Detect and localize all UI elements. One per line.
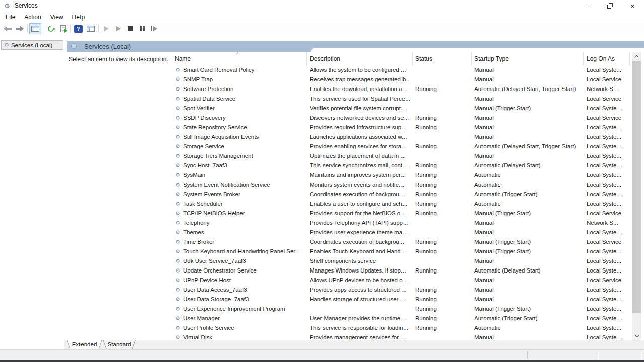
service-row[interactable]: ⚙SNMP Trap Receives trap messages genera… (171, 75, 632, 84)
service-description-cell: Provides management services for ... (307, 333, 413, 340)
restore-button[interactable] (599, 0, 621, 11)
service-description-cell: Monitors system events and notifie... (307, 180, 413, 190)
service-log-on-as-cell: Local Syste... (584, 199, 630, 209)
service-row[interactable]: ⚙SysMain Maintains and improves system p… (171, 170, 632, 180)
service-startup-type-cell: Manual (472, 132, 584, 142)
service-row[interactable]: ⚙Storage Service Provides enabling servi… (171, 142, 632, 151)
pause-service-button[interactable] (136, 23, 148, 34)
stop-service-icon (128, 26, 133, 31)
scroll-down-button[interactable] (632, 331, 641, 340)
service-row[interactable]: ⚙Telephony Provides Telephony API (TAPI)… (171, 218, 632, 228)
column-header-log-on-as[interactable]: Log On As (584, 52, 630, 65)
service-gear-icon: ⚙ (175, 190, 182, 199)
service-row[interactable]: ⚙Still Image Acquisition Events Launches… (171, 132, 632, 142)
tab-extended[interactable]: Extended (67, 340, 102, 349)
service-gear-icon: ⚙ (175, 266, 182, 276)
service-row[interactable]: ⚙Storage Tiers Management Optimizes the … (171, 151, 632, 161)
back-button[interactable] (2, 23, 14, 34)
service-name-cell: ⚙Smart Card Removal Policy (171, 65, 307, 75)
export-list-button[interactable] (57, 23, 69, 34)
service-status-cell: Running (413, 285, 472, 295)
service-name-cell: ⚙Themes (171, 228, 307, 237)
restart-service-button[interactable] (148, 23, 160, 34)
window-title: Services (15, 2, 38, 9)
show-hide-console-tree-button[interactable] (29, 23, 41, 34)
service-row[interactable]: ⚙Software Protection Enables the downloa… (171, 84, 632, 94)
service-status-cell: Running (413, 314, 472, 323)
service-description-cell (307, 304, 413, 314)
services-list-body: ⚙Smart Card Removal Policy Allows the sy… (171, 65, 632, 340)
forward-button[interactable] (14, 23, 26, 34)
scrollbar-thumb[interactable] (632, 61, 641, 313)
service-row[interactable]: ⚙Update Orchestrator Service Manages Win… (171, 266, 632, 276)
stop-service-button[interactable] (124, 23, 136, 34)
service-description-cell: Discovers networked devices and se... (307, 113, 413, 123)
service-name-cell: ⚙Sync Host_7aaf3 (171, 161, 307, 170)
help-icon: ? (74, 25, 83, 33)
tab-standard[interactable]: Standard (103, 340, 136, 349)
restart-service-icon (151, 26, 157, 31)
service-status-cell: Running (413, 247, 472, 256)
service-log-on-as-cell: Local Syste... (584, 285, 630, 295)
menu-view[interactable]: View (46, 12, 68, 22)
column-header-startup-type[interactable]: Startup Type (472, 52, 584, 65)
status-bar (0, 349, 644, 360)
service-row[interactable]: ⚙Spot Verifier Verifies potential file s… (171, 104, 632, 113)
scroll-up-button[interactable] (632, 52, 641, 61)
service-row[interactable]: ⚙State Repository Service Provides requi… (171, 123, 632, 132)
column-header-description[interactable]: Description (307, 52, 413, 65)
service-name-cell: ⚙SysMain (171, 170, 307, 180)
service-log-on-as-cell: Local Syste... (584, 161, 630, 170)
service-gear-icon: ⚙ (175, 276, 182, 285)
service-row[interactable]: ⚙User Data Access_7aaf3 Provides apps ac… (171, 285, 632, 295)
service-startup-type-cell: Manual (472, 228, 584, 237)
service-gear-icon: ⚙ (175, 161, 182, 170)
tree-item-services-local[interactable]: ⚙ Services (Local) (1, 40, 63, 50)
menu-help[interactable]: Help (68, 12, 90, 22)
vertical-scrollbar[interactable] (632, 52, 641, 340)
service-row[interactable]: ⚙TCP/IP NetBIOS Helper Provides support … (171, 209, 632, 218)
service-status-cell: Running (413, 123, 472, 132)
menu-file[interactable]: File (1, 12, 20, 22)
service-row[interactable]: ⚙SSDP Discovery Discovers networked devi… (171, 113, 632, 123)
service-log-on-as-cell: Local Syste... (584, 256, 630, 266)
service-gear-icon: ⚙ (175, 170, 182, 180)
column-header-status[interactable]: Status (413, 52, 472, 65)
column-header-description-label: Description (310, 55, 340, 62)
service-row[interactable]: ⚙UPnP Device Host Allows UPnP devices to… (171, 276, 632, 285)
column-header-log-on-as-label: Log On As (587, 55, 615, 62)
service-row[interactable]: ⚙Time Broker Coordinates execution of ba… (171, 237, 632, 247)
show-properties-button[interactable] (85, 23, 97, 34)
service-description-cell: Launches applications associated w... (307, 132, 413, 142)
help-button[interactable]: ? (72, 23, 85, 34)
service-row[interactable]: ⚙User Experience Improvement Program Run… (171, 304, 632, 314)
service-name-cell: ⚙System Event Notification Service (171, 180, 307, 190)
minimize-button[interactable] (576, 0, 599, 11)
service-row[interactable]: ⚙User Manager User Manager provides the … (171, 314, 632, 323)
service-row[interactable]: ⚙User Data Storage_7aaf3 Handles storage… (171, 295, 632, 304)
service-row[interactable]: ⚙User Profile Service This service is re… (171, 323, 632, 333)
service-log-on-as-cell: Local Syste... (584, 170, 630, 180)
refresh-button[interactable] (45, 23, 57, 34)
menu-action[interactable]: Action (20, 12, 45, 22)
column-header-name[interactable]: Name ^ (171, 52, 307, 65)
service-gear-icon: ⚙ (175, 256, 182, 266)
sort-ascending-icon: ^ (236, 52, 238, 57)
resume-service-button[interactable] (112, 23, 124, 34)
service-row[interactable]: ⚙Spatial Data Service This service is us… (171, 94, 632, 104)
service-row[interactable]: ⚙System Event Notification Service Monit… (171, 180, 632, 190)
pane-title: Services (Local) (84, 43, 131, 50)
service-name-cell: ⚙Time Broker (171, 237, 307, 247)
service-row[interactable]: ⚙Udk User Service_7aaf3 Shell components… (171, 256, 632, 266)
service-name-cell: ⚙SSDP Discovery (171, 113, 307, 123)
service-row[interactable]: ⚙Smart Card Removal Policy Allows the sy… (171, 65, 632, 75)
service-row[interactable]: ⚙Task Scheduler Enables a user to config… (171, 199, 632, 209)
service-row[interactable]: ⚙Themes Provides user experience theme m… (171, 228, 632, 237)
service-row[interactable]: ⚙Touch Keyboard and Handwriting Panel Se… (171, 247, 632, 256)
service-row[interactable]: ⚙System Events Broker Coordinates execut… (171, 190, 632, 199)
close-button[interactable]: × (621, 0, 644, 11)
start-service-button[interactable] (100, 23, 112, 34)
service-row[interactable]: ⚙Sync Host_7aaf3 This service synchroniz… (171, 161, 632, 170)
service-row[interactable]: ⚙Virtual Disk Provides management servic… (171, 333, 632, 340)
service-startup-type-cell: Manual (472, 295, 584, 304)
